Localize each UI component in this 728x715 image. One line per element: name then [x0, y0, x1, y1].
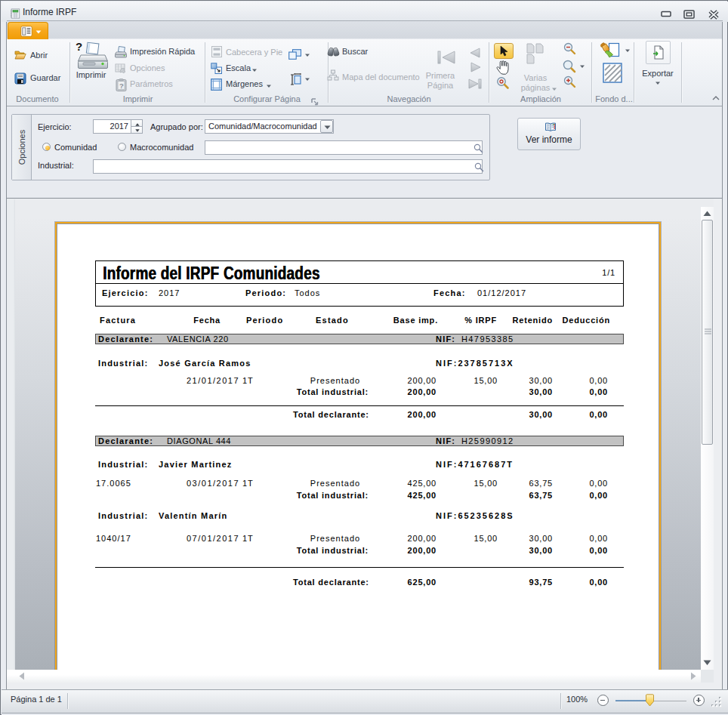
svg-text:?: ? [76, 41, 82, 53]
svg-text:?: ? [119, 82, 124, 90]
